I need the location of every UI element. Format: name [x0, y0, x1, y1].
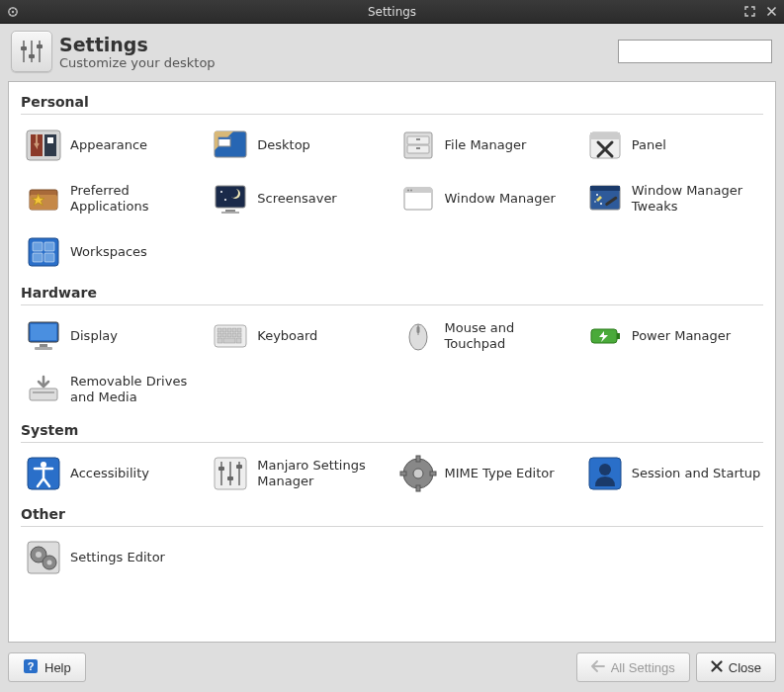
svg-rect-83 [218, 467, 224, 471]
svg-rect-71 [416, 326, 419, 333]
svg-rect-17 [218, 137, 230, 139]
svg-point-78 [41, 462, 46, 468]
category-title: Hardware [21, 281, 763, 303]
settings-item-display[interactable]: Display [21, 311, 202, 361]
all-settings-label: All Settings [611, 660, 675, 675]
svg-point-30 [228, 188, 238, 198]
svg-rect-81 [229, 462, 231, 485]
svg-rect-21 [416, 138, 420, 140]
settings-item-label: Workspaces [70, 244, 147, 260]
settings-item-manjaro-settings-manager[interactable]: Manjaro Settings Manager [208, 449, 389, 498]
category-title: Personal [21, 90, 763, 112]
help-button-label: Help [44, 660, 71, 675]
settings-item-file-manager[interactable]: File Manager [395, 121, 576, 170]
settings-item-label: Power Manager [632, 328, 731, 344]
svg-rect-40 [590, 186, 620, 191]
settings-item-keyboard[interactable]: Keyboard [208, 311, 389, 361]
window-manager-icon [397, 178, 439, 219]
svg-rect-62 [222, 333, 226, 337]
header: Settings Customize your desktop [0, 24, 784, 77]
svg-rect-64 [232, 333, 236, 337]
svg-point-96 [36, 552, 42, 558]
svg-rect-80 [220, 462, 222, 485]
panel-icon [584, 125, 626, 166]
mime-icon [397, 453, 439, 494]
svg-rect-26 [30, 195, 57, 210]
svg-rect-60 [237, 328, 241, 332]
settings-editor-icon [23, 537, 64, 578]
settings-item-panel[interactable]: Panel [582, 121, 763, 170]
svg-point-37 [407, 190, 409, 192]
window-menu-icon[interactable] [6, 5, 20, 19]
svg-rect-91 [430, 472, 436, 476]
svg-point-93 [599, 464, 611, 476]
settings-item-removable-drives-and-media[interactable]: Removable Drives and Media [21, 365, 202, 414]
svg-rect-84 [227, 476, 233, 480]
appearance-icon [23, 125, 64, 166]
settings-item-session-and-startup[interactable]: Session and Startup [582, 449, 763, 498]
window-titlebar: Settings [0, 0, 784, 24]
svg-rect-56 [218, 328, 221, 332]
search-container [618, 40, 772, 63]
workspaces-icon [23, 231, 64, 273]
screensaver-icon [210, 178, 251, 219]
settings-item-label: Mouse and Touchpad [445, 320, 574, 353]
page-title: Settings [59, 34, 618, 55]
settings-item-mouse-and-touchpad[interactable]: Mouse and Touchpad [395, 311, 576, 361]
search-input[interactable] [623, 43, 784, 60]
display-icon [23, 315, 64, 357]
svg-rect-63 [227, 333, 231, 337]
keyboard-icon [210, 315, 251, 357]
divider [21, 526, 763, 527]
settings-item-desktop[interactable]: Desktop [208, 121, 389, 170]
settings-item-mime-type-editor[interactable]: MIME Type Editor [395, 449, 576, 498]
maximize-icon[interactable] [742, 5, 756, 19]
svg-rect-76 [33, 391, 54, 393]
category-title: Other [21, 502, 763, 524]
svg-rect-65 [237, 333, 241, 337]
svg-rect-2 [23, 41, 25, 62]
svg-rect-47 [33, 242, 43, 251]
settings-item-label: Settings Editor [70, 550, 165, 565]
session-icon [584, 453, 626, 494]
svg-rect-22 [416, 147, 420, 149]
svg-rect-89 [416, 485, 420, 491]
svg-rect-13 [47, 137, 53, 143]
divider [21, 114, 763, 115]
wm-tweaks-icon [584, 178, 626, 219]
settings-item-label: Accessibility [70, 466, 149, 481]
category-hardware: HardwareDisplayKeyboardMouse and Touchpa… [21, 281, 763, 414]
accessibility-icon [23, 453, 64, 494]
close-button[interactable]: Close [696, 652, 776, 682]
svg-rect-67 [223, 338, 235, 343]
svg-rect-3 [31, 41, 33, 62]
settings-item-workspaces[interactable]: Workspaces [21, 227, 202, 277]
settings-item-window-manager-tweaks[interactable]: Window Manager Tweaks [582, 174, 763, 223]
settings-item-label: Desktop [257, 137, 310, 153]
divider [21, 304, 763, 305]
manjaro-settings-icon [210, 453, 251, 494]
svg-rect-7 [37, 44, 43, 48]
settings-item-appearance[interactable]: Appearance [21, 121, 202, 170]
settings-item-label: MIME Type Editor [445, 466, 555, 481]
category-system: SystemAccessibilityManjaro Settings Mana… [21, 418, 763, 498]
svg-rect-58 [227, 328, 231, 332]
settings-item-screensaver[interactable]: Screensaver [208, 174, 389, 223]
all-settings-button: All Settings [576, 652, 690, 682]
mouse-icon [397, 315, 439, 357]
close-button-label: Close [729, 660, 761, 675]
settings-item-settings-editor[interactable]: Settings Editor [21, 533, 202, 582]
svg-point-43 [596, 194, 598, 196]
help-button[interactable]: ? Help [8, 652, 86, 682]
settings-item-window-manager[interactable]: Window Manager [395, 174, 576, 223]
svg-rect-85 [236, 465, 242, 469]
settings-item-preferred-applications[interactable]: Preferred Applications [21, 174, 202, 223]
settings-item-label: Panel [632, 137, 666, 153]
close-icon[interactable] [764, 5, 778, 19]
svg-point-31 [220, 191, 222, 193]
back-arrow-icon [591, 660, 605, 675]
svg-rect-61 [218, 333, 221, 337]
settings-item-power-manager[interactable]: Power Manager [582, 311, 763, 361]
settings-content: PersonalAppearanceDesktopFile ManagerPan… [8, 81, 776, 643]
settings-item-accessibility[interactable]: Accessibility [21, 449, 202, 498]
